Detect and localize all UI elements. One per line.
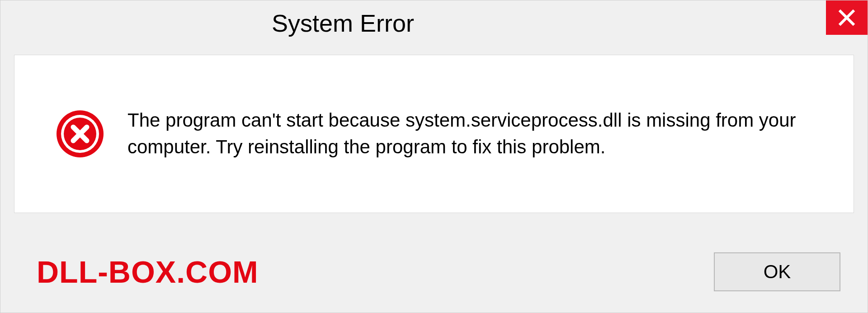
- dialog-footer: DLL-BOX.COM OK: [0, 231, 868, 313]
- error-icon: [55, 109, 105, 159]
- brand-watermark: DLL-BOX.COM: [37, 254, 259, 289]
- content-area: The program can't start because system.s…: [14, 55, 854, 213]
- error-dialog: System Error The program can't start bec…: [0, 0, 868, 313]
- close-icon: [838, 9, 856, 27]
- dialog-title: System Error: [272, 9, 414, 37]
- close-button[interactable]: [826, 0, 868, 35]
- error-message: The program can't start because system.s…: [127, 107, 826, 161]
- titlebar: System Error: [0, 0, 868, 46]
- ok-button[interactable]: OK: [714, 252, 840, 291]
